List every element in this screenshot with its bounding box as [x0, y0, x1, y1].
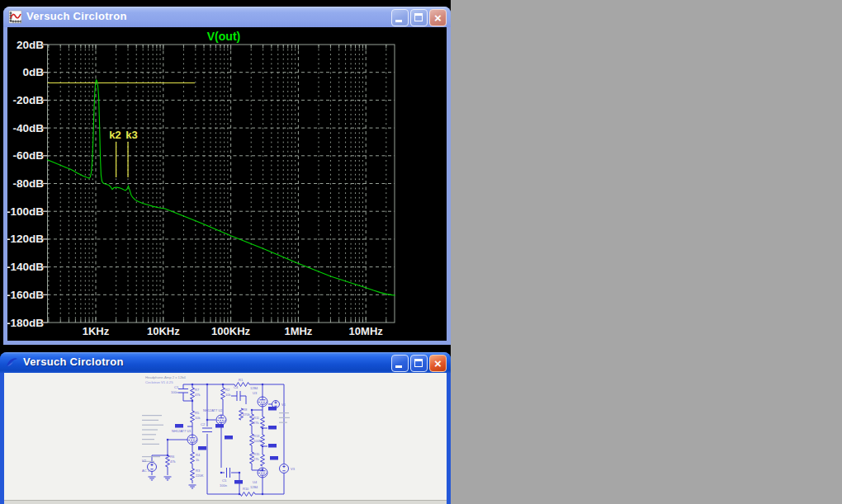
svg-text:NH12AT7 U2: NH12AT7 U2	[203, 408, 223, 412]
schematic-subheading: Circlotron V1 4.25	[145, 380, 173, 384]
svg-text:R15: R15	[253, 452, 260, 456]
plot-curve	[47, 80, 395, 295]
waveform-plot-icon	[8, 10, 22, 24]
schematic-window-titlebar[interactable]: Versuch Circlotron ×	[0, 352, 451, 373]
svg-text:-180dB: -180dB	[7, 317, 44, 329]
svg-text:10k: 10k	[225, 393, 230, 397]
svg-text:47k: 47k	[195, 393, 200, 397]
svg-text:R10: R10	[243, 487, 249, 491]
svg-text:10KHz: 10KHz	[147, 325, 180, 337]
svg-text:-80dB: -80dB	[12, 177, 44, 190]
minimize-icon	[395, 365, 402, 368]
plot-annotations: k2k3	[48, 83, 195, 177]
minimize-icon	[395, 20, 402, 22]
plot-grid	[48, 45, 395, 323]
schematic-window-title: Versuch Circlotron	[23, 356, 124, 368]
plot-window-title: Versuch Circlotron	[26, 10, 127, 22]
svg-text:C2: C2	[201, 422, 206, 426]
close-icon: ×	[430, 10, 446, 26]
svg-text:-60dB: -60dB	[12, 149, 44, 162]
close-button[interactable]: ×	[429, 9, 447, 26]
plot-window: Versuch Circlotron × 20dB0dB-20dB-40dB-6…	[3, 7, 451, 345]
minimize-button[interactable]	[391, 9, 409, 26]
svg-text:100KHz: 100KHz	[211, 325, 250, 337]
svg-text:R11: R11	[253, 416, 260, 420]
svg-text:V3: V3	[291, 467, 296, 471]
svg-text:-120dB: -120dB	[7, 233, 44, 245]
svg-text:NH12AT7 U1: NH12AT7 U1	[172, 429, 192, 433]
svg-text:1KHz: 1KHz	[83, 325, 110, 337]
schematic-component-labels: C1100nR747kR510kNH12AT7 U1R41kR3220KR647…	[142, 378, 296, 491]
schematic-statusbar	[4, 500, 447, 504]
svg-text:1MHz: 1MHz	[284, 325, 312, 337]
svg-text:-160dB: -160dB	[7, 289, 44, 301]
svg-text:C1: C1	[174, 385, 179, 389]
svg-text:0dB: 0dB	[22, 66, 44, 78]
svg-text:R13: R13	[253, 434, 260, 438]
maximize-button[interactable]	[410, 9, 428, 26]
trace-label: V(out)	[207, 30, 240, 43]
svg-text:R4: R4	[196, 453, 201, 457]
schematic-drawing	[142, 383, 290, 497]
svg-text:10k: 10k	[195, 416, 200, 420]
svg-text:R8: R8	[243, 407, 248, 412]
minimize-button[interactable]	[391, 355, 409, 372]
svg-text:12B4: 12B4	[250, 386, 258, 390]
svg-text:47k: 47k	[170, 459, 175, 464]
svg-text:27k: 27k	[253, 457, 258, 461]
svg-text:12B4: 12B4	[250, 485, 258, 489]
svg-text:27k: 27k	[253, 421, 258, 425]
schematic-window: Versuch Circlotron × Headphone-Amp 2 x 1…	[0, 352, 451, 504]
svg-text:R1: R1	[239, 378, 244, 382]
svg-text:R3: R3	[196, 469, 201, 473]
close-button[interactable]: ×	[429, 355, 447, 372]
svg-text:R6: R6	[170, 455, 175, 459]
close-icon: ×	[430, 356, 446, 371]
svg-text:V2: V2	[142, 459, 147, 463]
svg-text:20dB: 20dB	[17, 39, 44, 51]
svg-text:k3: k3	[125, 129, 137, 141]
svg-text:220K: 220K	[196, 473, 204, 478]
maximize-icon	[414, 13, 423, 21]
svg-text:k2: k2	[109, 129, 121, 141]
svg-text:R7: R7	[195, 388, 200, 392]
maximize-icon	[414, 359, 423, 367]
svg-text:100R: 100R	[253, 439, 262, 443]
svg-text:R5: R5	[195, 411, 200, 415]
plot-area[interactable]: 20dB0dB-20dB-40dB-60dB-80dB-100dB-120dB-…	[7, 27, 447, 341]
svg-text:C4: C4	[234, 385, 239, 389]
schematic-heading: Headphone-Amp 2 x 12b4	[145, 375, 187, 379]
svg-text:10MHz: 10MHz	[349, 325, 384, 337]
svg-text:AC 1: AC 1	[142, 469, 150, 473]
svg-text:C5: C5	[222, 478, 227, 483]
maximize-button[interactable]	[410, 355, 428, 372]
svg-text:1k: 1k	[196, 458, 199, 462]
plot-window-titlebar[interactable]: Versuch Circlotron ×	[3, 7, 451, 27]
svg-text:470k: 470k	[243, 412, 250, 417]
svg-text:U4: U4	[253, 480, 258, 484]
schematic-icon	[5, 356, 19, 370]
svg-text:-100dB: -100dB	[7, 205, 44, 218]
circuit-schematic: Headphone-Amp 2 x 12b4 Circlotron V1 4.2…	[4, 373, 447, 504]
svg-text:R2: R2	[225, 388, 230, 392]
svg-text:100n: 100n	[171, 390, 178, 394]
svg-text:U3: U3	[253, 391, 258, 395]
bode-plot: 20dB0dB-20dB-40dB-60dB-80dB-100dB-120dB-…	[7, 27, 447, 341]
svg-text:-140dB: -140dB	[7, 261, 44, 273]
svg-text:V1: V1	[281, 403, 286, 407]
svg-text:-20dB: -20dB	[12, 94, 44, 106]
svg-text:100n: 100n	[220, 483, 227, 488]
schematic-area[interactable]: Headphone-Amp 2 x 12b4 Circlotron V1 4.2…	[4, 373, 447, 504]
svg-text:-40dB: -40dB	[12, 122, 44, 134]
